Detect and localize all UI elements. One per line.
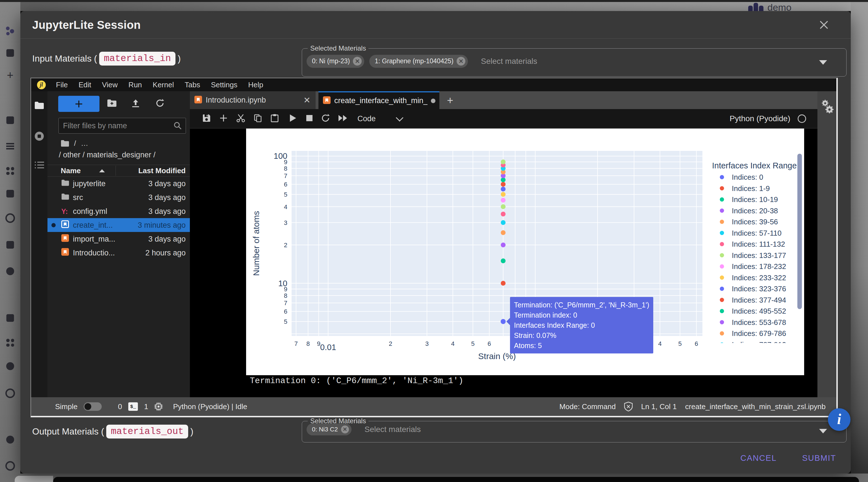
running-kernels-tab-icon[interactable] bbox=[34, 131, 44, 142]
legend-item[interactable]: Indices: 233-322 bbox=[720, 274, 786, 282]
tab-close-icon[interactable]: ✕ bbox=[304, 95, 311, 105]
kernel-status-icon[interactable] bbox=[798, 115, 806, 123]
legend-item[interactable]: Indices: 787-913 bbox=[720, 341, 786, 349]
breadcrumb-ellipsis[interactable]: … bbox=[81, 139, 89, 148]
y-tick-label: 6 bbox=[284, 181, 287, 188]
material-chip[interactable]: 0: Ni3 C2✕ bbox=[307, 423, 351, 436]
column-header-last-modified[interactable]: Last Modified bbox=[138, 166, 186, 175]
menu-edit[interactable]: Edit bbox=[73, 81, 97, 89]
material-chip[interactable]: 0: Ni (mp-23)✕ bbox=[307, 55, 364, 68]
scatter-point[interactable] bbox=[501, 319, 506, 324]
legend-item[interactable]: Indices: 10-19 bbox=[720, 195, 778, 204]
refresh-icon[interactable] bbox=[155, 99, 164, 109]
column-header-name[interactable]: Name bbox=[61, 166, 81, 175]
legend-item[interactable]: Indices: 679-786 bbox=[720, 329, 786, 338]
scatter-point[interactable] bbox=[501, 220, 505, 225]
legend-item[interactable]: Indices: 1-9 bbox=[720, 184, 770, 193]
file-row[interactable]: create_int...3 minutes ago bbox=[48, 218, 190, 232]
jupyter-menubar: jl FileEditViewRunKernelTabsSettingsHelp bbox=[31, 78, 836, 91]
restart-icon[interactable] bbox=[321, 114, 330, 124]
chip-remove-icon[interactable]: ✕ bbox=[353, 57, 362, 66]
save-icon[interactable] bbox=[202, 114, 211, 124]
tooltip-line: Termination index: 0 bbox=[514, 310, 649, 320]
scatter-point[interactable] bbox=[501, 204, 505, 209]
file-row[interactable]: Introductio...2 hours ago bbox=[48, 246, 190, 260]
legend-item[interactable]: Indices: 553-678 bbox=[720, 318, 786, 327]
copy-icon[interactable] bbox=[254, 114, 262, 124]
scatter-point[interactable] bbox=[501, 178, 505, 182]
add-cell-icon[interactable] bbox=[219, 114, 228, 124]
new-folder-icon[interactable] bbox=[107, 99, 117, 108]
new-launcher-button[interactable] bbox=[58, 96, 99, 112]
legend-item[interactable]: Indices: 178-232 bbox=[720, 262, 786, 271]
cancel-button[interactable]: CANCEL bbox=[740, 453, 776, 463]
scatter-point[interactable] bbox=[501, 192, 505, 197]
chip-remove-icon[interactable]: ✕ bbox=[341, 425, 349, 433]
legend-item[interactable]: Indices: 57-110 bbox=[720, 229, 781, 237]
menu-kernel[interactable]: Kernel bbox=[147, 81, 179, 89]
output-materials-dropdown-icon[interactable] bbox=[819, 429, 827, 433]
file-row[interactable]: import_ma...3 days ago bbox=[48, 232, 190, 246]
file-row[interactable]: jupyterlite3 days ago bbox=[48, 176, 190, 190]
menu-run[interactable]: Run bbox=[123, 81, 148, 89]
home-folder-icon[interactable] bbox=[61, 140, 69, 147]
new-tab-icon[interactable]: + bbox=[447, 95, 453, 106]
scatter-point[interactable] bbox=[501, 182, 505, 187]
scatter-point[interactable] bbox=[501, 243, 505, 248]
cut-icon[interactable] bbox=[236, 114, 245, 124]
file-row[interactable]: src3 days ago bbox=[48, 190, 190, 204]
legend-item[interactable]: Indices: 323-376 bbox=[720, 285, 786, 293]
kernel-name[interactable]: Python (Pyodide) bbox=[730, 114, 790, 123]
scatter-point[interactable] bbox=[501, 198, 505, 202]
input-materials-dropdown-icon[interactable] bbox=[819, 60, 827, 65]
run-icon[interactable] bbox=[289, 114, 297, 124]
y-tick-label: 4 bbox=[284, 203, 287, 211]
close-icon[interactable] bbox=[818, 19, 830, 31]
scatter-point[interactable] bbox=[501, 230, 505, 235]
menu-view[interactable]: View bbox=[97, 81, 123, 89]
menu-file[interactable]: File bbox=[51, 81, 73, 89]
legend-item[interactable]: Indices: 39-56 bbox=[720, 218, 778, 226]
upload-icon[interactable] bbox=[131, 99, 140, 108]
scatter-point[interactable] bbox=[501, 259, 505, 263]
legend-item[interactable]: Indices: 133-177 bbox=[720, 251, 786, 260]
filter-files-input[interactable]: Filter files by name bbox=[59, 118, 186, 134]
file-browser-tab-icon[interactable] bbox=[34, 101, 44, 110]
scatter-point[interactable] bbox=[501, 281, 505, 286]
menu-settings[interactable]: Settings bbox=[206, 81, 243, 89]
output-materials-select[interactable]: Selected Materials 0: Ni3 C2✕ Select mat… bbox=[302, 418, 846, 443]
submit-button[interactable]: SUBMIT bbox=[802, 453, 836, 463]
cursor-position[interactable]: Ln 1, Col 1 bbox=[641, 402, 677, 411]
cell-type-dropdown-icon[interactable] bbox=[396, 114, 403, 122]
file-row[interactable]: Y:config.yml3 days ago bbox=[48, 204, 190, 218]
legend-scrollbar[interactable] bbox=[797, 154, 802, 309]
filter-files-placeholder: Filter files by name bbox=[63, 122, 174, 130]
legend-item[interactable]: Indices: 20-38 bbox=[720, 206, 778, 215]
legend-item[interactable]: Indices: 111-132 bbox=[720, 240, 785, 248]
stop-icon[interactable] bbox=[306, 115, 313, 123]
material-chip[interactable]: 1: Graphene (mp-1040425)✕ bbox=[369, 55, 468, 68]
scatter-point[interactable] bbox=[501, 159, 505, 164]
table-of-contents-tab-icon[interactable] bbox=[34, 161, 44, 170]
input-materials-select[interactable]: Selected Materials 0: Ni (mp-23)✕1: Grap… bbox=[302, 45, 846, 76]
scatter-point[interactable] bbox=[501, 212, 505, 217]
scatter-point[interactable] bbox=[501, 187, 505, 192]
info-button[interactable]: i bbox=[828, 408, 850, 431]
kernel-status-text[interactable]: Python (Pyodide) | Idle bbox=[173, 402, 247, 411]
menu-tabs[interactable]: Tabs bbox=[179, 81, 206, 89]
dock-tab-active[interactable]: create_interface_with_min_ bbox=[318, 91, 439, 109]
property-inspector-gears-icon[interactable] bbox=[821, 99, 834, 115]
cell-type-select[interactable]: Code bbox=[358, 114, 376, 123]
legend-item[interactable]: Indices: 0 bbox=[720, 173, 764, 182]
legend-item[interactable]: Indices: 495-552 bbox=[720, 307, 786, 315]
menu-help[interactable]: Help bbox=[243, 81, 269, 89]
breadcrumb-root[interactable]: / bbox=[74, 139, 76, 148]
dock-tab[interactable]: Introduction.ipynb✕ bbox=[190, 91, 316, 109]
chip-remove-icon[interactable]: ✕ bbox=[457, 57, 465, 66]
file-name: config.yml bbox=[73, 207, 107, 216]
paste-icon[interactable] bbox=[271, 114, 279, 124]
simple-mode-toggle[interactable] bbox=[84, 402, 102, 411]
legend-item[interactable]: Indices: 377-494 bbox=[720, 296, 786, 304]
breadcrumb-current-path[interactable]: / other / materials_designer / bbox=[59, 150, 155, 160]
fast-forward-icon[interactable] bbox=[338, 114, 347, 123]
